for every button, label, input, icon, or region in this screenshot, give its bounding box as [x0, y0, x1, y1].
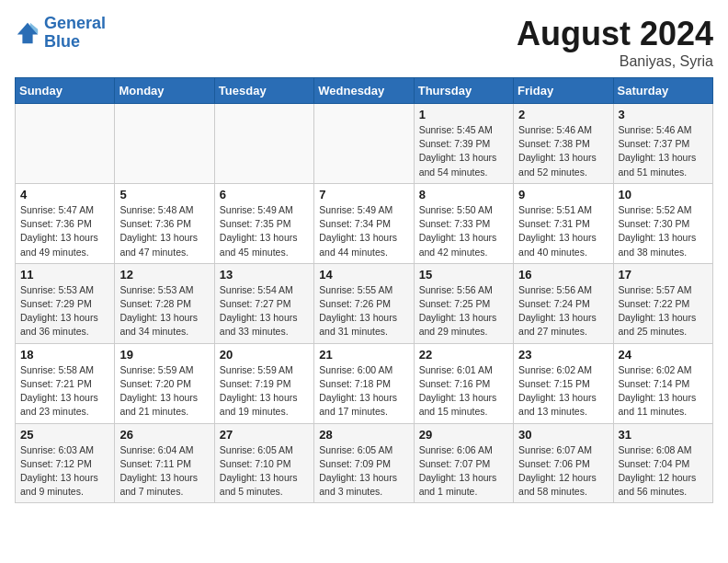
- calendar-cell: 8Sunrise: 5:50 AMSunset: 7:33 PMDaylight…: [414, 183, 513, 263]
- calendar-cell: 13Sunrise: 5:54 AMSunset: 7:27 PMDayligh…: [214, 263, 313, 343]
- cell-info: Sunrise: 5:56 AMSunset: 7:25 PMDaylight:…: [419, 283, 508, 339]
- logo-icon: [15, 20, 40, 46]
- calendar-cell: 1Sunrise: 5:45 AMSunset: 7:39 PMDaylight…: [414, 104, 513, 184]
- calendar-week-row: 4Sunrise: 5:47 AMSunset: 7:36 PMDaylight…: [16, 183, 713, 263]
- cell-info: Sunrise: 5:49 AMSunset: 7:35 PMDaylight:…: [220, 203, 309, 259]
- cell-info: Sunrise: 5:52 AMSunset: 7:30 PMDaylight:…: [619, 203, 708, 259]
- calendar-cell: [214, 104, 313, 184]
- calendar-header-row: SundayMondayTuesdayWednesdayThursdayFrid…: [16, 78, 713, 104]
- day-number: 16: [518, 268, 608, 282]
- day-number: 24: [619, 348, 708, 362]
- calendar-week-row: 18Sunrise: 5:58 AMSunset: 7:21 PMDayligh…: [16, 343, 713, 423]
- calendar-cell: 31Sunrise: 6:08 AMSunset: 7:04 PMDayligh…: [613, 423, 712, 503]
- cell-info: Sunrise: 5:53 AMSunset: 7:28 PMDaylight:…: [119, 283, 209, 339]
- day-of-week-header: Monday: [115, 78, 214, 104]
- cell-info: Sunrise: 5:55 AMSunset: 7:26 PMDaylight:…: [319, 283, 408, 339]
- day-number: 1: [419, 108, 508, 121]
- day-number: 13: [220, 268, 309, 282]
- calendar-cell: 17Sunrise: 5:57 AMSunset: 7:22 PMDayligh…: [613, 263, 712, 343]
- day-number: 8: [419, 188, 508, 201]
- calendar-week-row: 1Sunrise: 5:45 AMSunset: 7:39 PMDaylight…: [16, 104, 713, 184]
- calendar-cell: 29Sunrise: 6:06 AMSunset: 7:07 PMDayligh…: [414, 423, 513, 503]
- day-number: 3: [619, 108, 708, 121]
- cell-info: Sunrise: 5:54 AMSunset: 7:27 PMDaylight:…: [220, 283, 309, 339]
- cell-info: Sunrise: 6:02 AMSunset: 7:14 PMDaylight:…: [619, 363, 708, 419]
- calendar-cell: 23Sunrise: 6:02 AMSunset: 7:15 PMDayligh…: [514, 343, 613, 423]
- day-number: 4: [20, 188, 109, 201]
- day-number: 12: [119, 268, 209, 282]
- calendar-cell: 20Sunrise: 5:59 AMSunset: 7:19 PMDayligh…: [214, 343, 313, 423]
- day-number: 23: [518, 348, 608, 362]
- cell-info: Sunrise: 6:07 AMSunset: 7:06 PMDaylight:…: [518, 443, 608, 500]
- cell-info: Sunrise: 6:04 AMSunset: 7:11 PMDaylight:…: [119, 443, 209, 500]
- cell-info: Sunrise: 5:59 AMSunset: 7:19 PMDaylight:…: [220, 363, 309, 419]
- calendar-cell: 3Sunrise: 5:46 AMSunset: 7:37 PMDaylight…: [613, 104, 712, 184]
- calendar-cell: [314, 104, 414, 184]
- cell-info: Sunrise: 5:46 AMSunset: 7:38 PMDaylight:…: [518, 123, 608, 179]
- day-number: 17: [619, 268, 708, 282]
- cell-info: Sunrise: 5:46 AMSunset: 7:37 PMDaylight:…: [619, 123, 708, 179]
- day-number: 19: [119, 348, 209, 362]
- calendar-cell: 30Sunrise: 6:07 AMSunset: 7:06 PMDayligh…: [514, 423, 613, 503]
- day-of-week-header: Friday: [514, 78, 613, 104]
- cell-info: Sunrise: 5:56 AMSunset: 7:24 PMDaylight:…: [518, 283, 608, 339]
- calendar-cell: 10Sunrise: 5:52 AMSunset: 7:30 PMDayligh…: [613, 183, 712, 263]
- cell-info: Sunrise: 5:47 AMSunset: 7:36 PMDaylight:…: [20, 203, 109, 259]
- location-subtitle: Baniyas, Syria: [517, 53, 713, 70]
- cell-info: Sunrise: 6:06 AMSunset: 7:07 PMDaylight:…: [419, 443, 508, 500]
- calendar-cell: 19Sunrise: 5:59 AMSunset: 7:20 PMDayligh…: [115, 343, 214, 423]
- cell-info: Sunrise: 5:49 AMSunset: 7:34 PMDaylight:…: [319, 203, 408, 259]
- calendar-cell: 26Sunrise: 6:04 AMSunset: 7:11 PMDayligh…: [115, 423, 214, 503]
- calendar-cell: [115, 104, 214, 184]
- calendar-cell: 7Sunrise: 5:49 AMSunset: 7:34 PMDaylight…: [314, 183, 414, 263]
- cell-info: Sunrise: 6:00 AMSunset: 7:18 PMDaylight:…: [319, 363, 408, 419]
- day-number: 7: [319, 188, 408, 201]
- cell-info: Sunrise: 5:51 AMSunset: 7:31 PMDaylight:…: [518, 203, 608, 259]
- calendar-cell: 25Sunrise: 6:03 AMSunset: 7:12 PMDayligh…: [16, 423, 115, 503]
- day-of-week-header: Wednesday: [314, 78, 414, 104]
- cell-info: Sunrise: 6:05 AMSunset: 7:09 PMDaylight:…: [319, 443, 408, 500]
- logo-text: General Blue: [44, 15, 106, 52]
- day-number: 30: [518, 428, 608, 442]
- cell-info: Sunrise: 5:50 AMSunset: 7:33 PMDaylight:…: [419, 203, 508, 259]
- calendar-cell: 2Sunrise: 5:46 AMSunset: 7:38 PMDaylight…: [514, 104, 613, 184]
- day-number: 28: [319, 428, 408, 442]
- calendar-cell: 6Sunrise: 5:49 AMSunset: 7:35 PMDaylight…: [214, 183, 313, 263]
- day-of-week-header: Sunday: [16, 78, 115, 104]
- cell-info: Sunrise: 5:58 AMSunset: 7:21 PMDaylight:…: [20, 363, 109, 419]
- calendar-cell: 24Sunrise: 6:02 AMSunset: 7:14 PMDayligh…: [613, 343, 712, 423]
- calendar-week-row: 11Sunrise: 5:53 AMSunset: 7:29 PMDayligh…: [16, 263, 713, 343]
- calendar-cell: 11Sunrise: 5:53 AMSunset: 7:29 PMDayligh…: [16, 263, 115, 343]
- day-number: 27: [220, 428, 309, 442]
- calendar-cell: 14Sunrise: 5:55 AMSunset: 7:26 PMDayligh…: [314, 263, 414, 343]
- logo: General Blue: [15, 15, 106, 52]
- day-number: 5: [119, 188, 209, 201]
- day-number: 2: [518, 108, 608, 121]
- day-number: 15: [419, 268, 508, 282]
- day-number: 26: [119, 428, 209, 442]
- day-number: 9: [518, 188, 608, 201]
- calendar-cell: 28Sunrise: 6:05 AMSunset: 7:09 PMDayligh…: [314, 423, 414, 503]
- cell-info: Sunrise: 6:08 AMSunset: 7:04 PMDaylight:…: [619, 443, 708, 500]
- day-number: 10: [619, 188, 708, 201]
- title-block: August 2024 Baniyas, Syria: [517, 15, 713, 70]
- calendar-cell: 5Sunrise: 5:48 AMSunset: 7:36 PMDaylight…: [115, 183, 214, 263]
- cell-info: Sunrise: 6:02 AMSunset: 7:15 PMDaylight:…: [518, 363, 608, 419]
- calendar-week-row: 25Sunrise: 6:03 AMSunset: 7:12 PMDayligh…: [16, 423, 713, 503]
- day-number: 25: [20, 428, 109, 442]
- day-number: 21: [319, 348, 408, 362]
- cell-info: Sunrise: 5:48 AMSunset: 7:36 PMDaylight:…: [119, 203, 209, 259]
- cell-info: Sunrise: 6:05 AMSunset: 7:10 PMDaylight:…: [220, 443, 309, 500]
- day-number: 6: [220, 188, 309, 201]
- calendar-cell: 16Sunrise: 5:56 AMSunset: 7:24 PMDayligh…: [514, 263, 613, 343]
- month-year-title: August 2024: [517, 15, 713, 53]
- day-number: 11: [20, 268, 109, 282]
- calendar-cell: [16, 104, 115, 184]
- day-number: 22: [419, 348, 508, 362]
- calendar-cell: 15Sunrise: 5:56 AMSunset: 7:25 PMDayligh…: [414, 263, 513, 343]
- calendar-table: SundayMondayTuesdayWednesdayThursdayFrid…: [15, 77, 713, 503]
- cell-info: Sunrise: 5:59 AMSunset: 7:20 PMDaylight:…: [119, 363, 209, 419]
- day-number: 29: [419, 428, 508, 442]
- calendar-cell: 18Sunrise: 5:58 AMSunset: 7:21 PMDayligh…: [16, 343, 115, 423]
- day-number: 18: [20, 348, 109, 362]
